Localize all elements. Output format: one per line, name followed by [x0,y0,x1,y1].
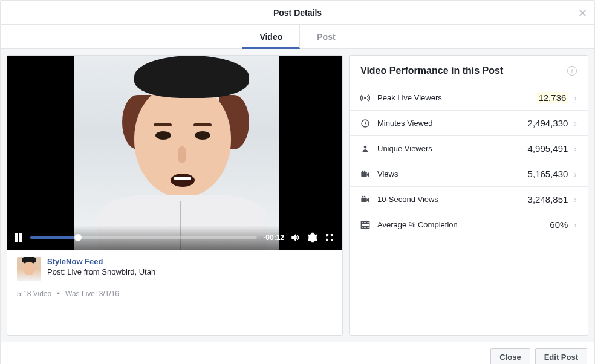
svg-point-4 [362,170,363,172]
volume-icon[interactable] [290,232,301,243]
svg-point-2 [364,145,367,148]
content: -00:12 StyleNow Feed Post: Live f [1,49,594,342]
close-icon[interactable]: ✕ [578,7,587,20]
svg-point-5 [364,170,366,172]
svg-rect-9 [361,221,369,228]
post-details-modal: Post Details ✕ Video Post [0,0,595,364]
metric-10-second-views[interactable]: 10-Second Views 3,248,851 › [350,186,588,212]
svg-point-8 [364,195,366,197]
chevron-right-icon: › [574,144,577,154]
metric-peak-live-viewers[interactable]: Peak Live Viewers 12,736 › [350,85,588,110]
performance-panel: Video Performance in this Post i Peak Li… [349,55,588,336]
avatar[interactable] [17,257,41,281]
metric-label: Peak Live Viewers [377,93,536,102]
metric-value: 12,736 [536,93,568,103]
camera-icon [360,195,370,204]
post-caption: Post: Live from Snowbird, Utah [47,267,155,276]
metric-label: Unique Viewers [377,144,528,153]
video-player[interactable]: -00:12 [7,56,342,250]
modal-header: Post Details ✕ [1,1,594,25]
video-duration-label: 5:18 Video [17,290,51,298]
settings-icon[interactable] [307,232,318,243]
performance-title: Video Performance in this Post [360,65,503,76]
svg-rect-3 [361,172,366,176]
edit-post-button[interactable]: Edit Post [535,348,587,364]
video-controls: -00:12 [7,226,342,250]
clock-icon [360,119,370,128]
tab-post[interactable]: Post [300,25,353,49]
chevron-right-icon: › [574,93,577,103]
chevron-right-icon: › [574,195,577,204]
pause-icon[interactable] [15,233,24,242]
was-live-label: Was Live: 3/1/16 [65,290,119,298]
time-remaining: -00:12 [263,233,284,242]
progress-bar[interactable] [30,236,257,239]
metric-value: 60% [550,219,568,230]
page-name[interactable]: StyleNow Feed [47,257,155,266]
svg-point-7 [362,195,363,197]
camera-icon [360,169,370,179]
tabs: Video Post [1,25,594,49]
chevron-right-icon: › [574,119,577,128]
post-subline: 5:18 Video • Was Live: 3/1/16 [7,281,342,307]
person-icon [360,144,370,154]
svg-rect-6 [361,197,366,201]
performance-header: Video Performance in this Post i [350,56,588,85]
info-icon[interactable]: i [567,66,577,76]
close-button[interactable]: Close [490,348,530,364]
metric-label: Views [377,169,528,178]
chevron-right-icon: › [574,169,577,179]
broadcast-icon [360,93,370,103]
metric-value: 2,494,330 [528,118,568,128]
metric-minutes-viewed[interactable]: Minutes Viewed 2,494,330 › [350,110,588,135]
metric-value: 4,995,491 [528,143,568,154]
metric-label: Average % Completion [377,220,550,229]
metric-value: 3,248,851 [528,194,568,204]
post-meta: StyleNow Feed Post: Live from Snowbird, … [7,250,342,281]
chevron-right-icon: › [574,220,577,230]
modal-footer: Close Edit Post [1,342,594,364]
metric-unique-viewers[interactable]: Unique Viewers 4,995,491 › [350,135,588,161]
tab-video[interactable]: Video [242,25,300,49]
svg-point-0 [365,97,366,99]
modal-title: Post Details [273,8,322,18]
fullscreen-icon[interactable] [324,232,335,243]
metric-value: 5,165,430 [528,169,568,179]
metric-avg-completion[interactable]: Average % Completion 60% › [350,212,588,237]
metric-label: Minutes Viewed [377,119,528,128]
video-thumbnail [74,56,279,250]
metric-views[interactable]: Views 5,165,430 › [350,161,588,186]
metric-label: 10-Second Views [377,195,528,204]
filmstrip-icon [360,220,370,230]
video-panel: -00:12 StyleNow Feed Post: Live f [7,55,343,336]
